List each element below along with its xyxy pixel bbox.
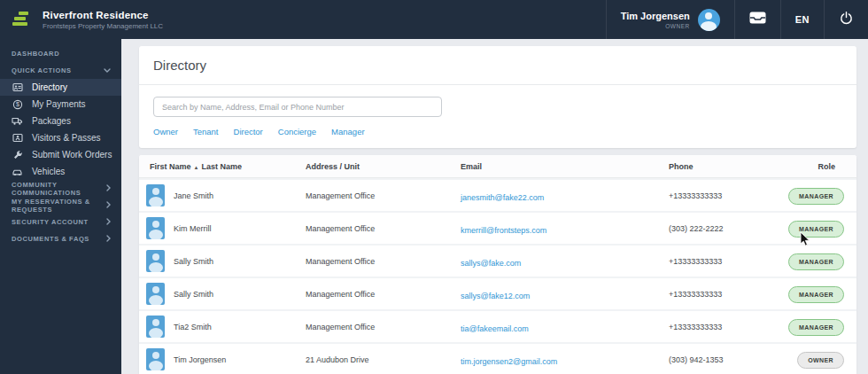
chevron-right-icon <box>106 184 111 193</box>
role-filters: Owner Tenant Director Concierge Manager <box>139 125 856 148</box>
resident-email-link[interactable]: kmerrill@frontsteps.com <box>461 226 546 235</box>
resident-address: 21 Audubon Drive <box>306 355 461 364</box>
sidebar-item-visitors-passes[interactable]: Visitors & Passes <box>0 129 121 146</box>
sidebar-item-dashboard[interactable]: DASHBOARD <box>0 45 121 62</box>
dashboard-label: DASHBOARD <box>12 50 59 58</box>
sidebar-item-vehicles[interactable]: Vehicles <box>0 163 121 180</box>
user-menu[interactable]: Tim Jorgensen OWNER <box>606 0 734 39</box>
resident-name: Tia2 Smith <box>174 323 212 331</box>
table-row[interactable]: Sally Smith Management Office sallys@fak… <box>139 277 856 309</box>
inbox-icon <box>749 12 766 27</box>
role-badge: OWNER <box>797 352 844 369</box>
sidebar-section-quick-actions[interactable]: QUICK ACTIONS <box>0 62 121 79</box>
brand: Riverfront Residence Frontsteps Property… <box>0 10 163 30</box>
avatar <box>146 283 165 305</box>
table-row[interactable]: Jane Smith Management Office janesmith@f… <box>139 178 856 211</box>
search-input[interactable] <box>153 97 442 117</box>
resident-address: Management Office <box>306 323 461 331</box>
car-icon <box>12 167 23 177</box>
topbar: Riverfront Residence Frontsteps Property… <box>0 0 868 39</box>
sidebar-item-directory[interactable]: Directory <box>0 79 121 96</box>
section-label: DOCUMENTS & FAQS <box>12 235 89 243</box>
sidebar-item-submit-work-orders[interactable]: Submit Work Orders <box>0 146 121 163</box>
resident-phone: +13333333333 <box>669 323 784 331</box>
section-label: COMMUNITY COMMUNICATIONS <box>12 181 106 197</box>
avatar[interactable] <box>698 9 720 31</box>
resident-email-link[interactable]: tim.jorgensen2@gmail.com <box>461 357 557 366</box>
language-selector[interactable]: EN <box>780 0 824 39</box>
filter-owner[interactable]: Owner <box>153 127 178 136</box>
section-label: MY RESERVATIONS & REQUESTS <box>12 198 106 214</box>
resident-email-link[interactable]: sallys@fake.com <box>461 259 521 268</box>
resident-name: Sally Smith <box>174 257 213 266</box>
column-header-address[interactable]: Address / Unit <box>306 162 461 171</box>
community-name: Riverfront Residence <box>43 10 163 20</box>
resident-name: Jane Smith <box>174 191 213 200</box>
column-header-role[interactable]: Role <box>784 162 848 171</box>
sidebar-section-documents-faqs[interactable]: DOCUMENTS & FAQS <box>0 230 121 247</box>
avatar <box>146 348 165 370</box>
last-name-header: Last Name <box>201 162 242 171</box>
dollar-circle-icon: $ <box>12 99 23 110</box>
sidebar-item-my-payments[interactable]: $ My Payments <box>0 96 121 113</box>
quick-actions-label: QUICK ACTIONS <box>12 66 72 74</box>
avatar <box>146 316 165 338</box>
resident-phone: +13333333333 <box>669 290 784 299</box>
table-row[interactable]: Kim Merrill Management Office kmerrill@f… <box>139 211 856 244</box>
resident-phone: (303) 942-1353 <box>669 355 784 364</box>
filter-concierge[interactable]: Concierge <box>278 127 316 136</box>
user-name: Tim Jorgensen <box>621 11 690 21</box>
section-label: SECURITY ACCOUNT <box>12 218 89 226</box>
logout-button[interactable] <box>824 0 868 39</box>
chevron-right-icon <box>106 235 111 244</box>
sidebar-item-packages[interactable]: Packages <box>0 113 121 129</box>
avatar <box>146 250 165 272</box>
resident-address: Management Office <box>306 224 461 233</box>
filter-tenant[interactable]: Tenant <box>193 127 219 136</box>
inbox-button[interactable] <box>734 0 780 39</box>
column-header-name[interactable]: First Name▲Last Name <box>146 162 306 171</box>
sidebar-section-my-reservations-requests[interactable]: MY RESERVATIONS & REQUESTS <box>0 197 121 214</box>
contact-card-icon <box>12 82 23 93</box>
filter-manager[interactable]: Manager <box>331 127 365 136</box>
table-header-row: First Name▲Last Name Address / Unit Emai… <box>139 155 856 178</box>
sidebar-item-label: Packages <box>32 116 71 126</box>
resident-email-link[interactable]: janesmith@fake22.com <box>461 193 544 202</box>
resident-email-link[interactable]: sallys@fake12.com <box>461 292 530 300</box>
truck-icon <box>12 116 23 127</box>
power-icon <box>839 11 854 29</box>
role-badge: MANAGER <box>788 319 844 336</box>
resident-email-link[interactable]: tia@fakeemail.com <box>461 324 529 333</box>
sidebar: DASHBOARD QUICK ACTIONS Directory $ My P… <box>0 39 121 374</box>
sidebar-item-label: Visitors & Passes <box>32 133 101 143</box>
resident-name: Kim Merrill <box>174 224 212 233</box>
sidebar-section-community-communications[interactable]: COMMUNITY COMMUNICATIONS <box>0 180 121 197</box>
resident-name: Sally Smith <box>174 290 213 299</box>
table-row[interactable]: Tia2 Smith Management Office tia@fakeema… <box>139 309 856 342</box>
table-row[interactable]: Tim Jorgensen 21 Audubon Drive tim.jorge… <box>139 342 856 374</box>
directory-card: Directory Owner Tenant Director Concierg… <box>139 46 856 148</box>
chevron-right-icon <box>106 201 111 210</box>
id-card-icon <box>12 133 23 144</box>
sidebar-item-label: My Payments <box>32 99 86 109</box>
resident-address: Management Office <box>306 290 461 299</box>
resident-address: Management Office <box>306 257 461 266</box>
sidebar-section-security-account[interactable]: SECURITY ACCOUNT <box>0 214 121 230</box>
column-header-email[interactable]: Email <box>461 162 669 171</box>
role-badge: MANAGER <box>788 253 844 270</box>
sidebar-item-label: Vehicles <box>32 167 65 176</box>
filter-director[interactable]: Director <box>234 127 263 136</box>
table-row[interactable]: Sally Smith Management Office sallys@fak… <box>139 244 856 277</box>
sort-asc-icon: ▲ <box>194 165 199 170</box>
language-label: EN <box>795 14 810 25</box>
directory-card-header: Directory <box>139 46 856 85</box>
resident-phone: (303) 222-2222 <box>669 224 784 233</box>
role-badge: MANAGER <box>788 286 844 303</box>
frontsteps-logo-icon <box>12 12 30 27</box>
resident-phone: +13333333333 <box>669 191 784 200</box>
resident-name: Tim Jorgensen <box>174 355 226 364</box>
first-name-header: First Name <box>150 162 191 171</box>
avatar <box>146 217 165 239</box>
column-header-phone[interactable]: Phone <box>669 162 784 171</box>
resident-address: Management Office <box>306 191 461 200</box>
